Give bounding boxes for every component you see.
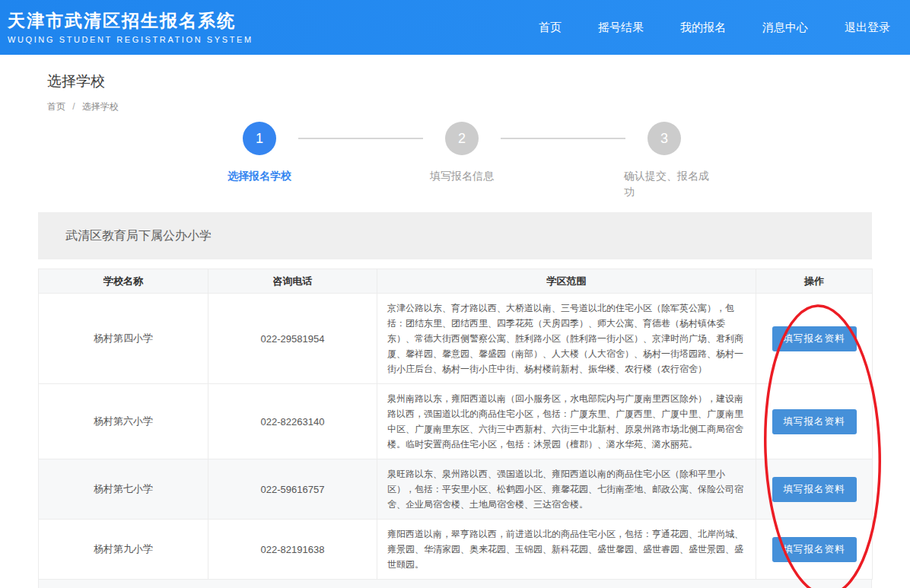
col-header-school: 学校名称 xyxy=(39,269,208,294)
school-phone: 022-82263140 xyxy=(208,384,377,459)
nav-lottery-results[interactable]: 摇号结果 xyxy=(598,21,644,35)
action-cell: 填写报名资料 xyxy=(756,294,873,384)
table-row: 杨村第七小学 022-59616757 泉旺路以东、泉州路以西、强国道以北、雍阳… xyxy=(39,459,873,520)
breadcrumb: 首页 / 选择学校 xyxy=(47,100,910,113)
school-table: 学校名称 咨询电话 学区范围 操作 杨村第四小学 022-29581954 京津… xyxy=(38,269,873,580)
action-cell: 填写报名资料 xyxy=(756,384,873,459)
nav-message-center[interactable]: 消息中心 xyxy=(762,21,808,35)
nav-home[interactable]: 首页 xyxy=(539,21,562,35)
partial-next-row xyxy=(38,580,872,588)
page-body: 选择学校 首页 / 选择学校 1 2 3 选择报名学校 填写报名信息 确认提交、… xyxy=(0,55,910,588)
school-phone: 022-29581954 xyxy=(208,294,377,384)
page-title: 选择学校 xyxy=(47,72,910,91)
school-name: 杨村第四小学 xyxy=(39,294,208,384)
table-header-row: 学校名称 咨询电话 学区范围 操作 xyxy=(39,269,873,294)
step-1-label: 选择报名学校 xyxy=(183,168,336,184)
school-list-panel: 武清区教育局下属公办小学 学校名称 咨询电话 学区范围 操作 杨村第四小学 02… xyxy=(38,212,872,588)
apply-button[interactable]: 填写报名资料 xyxy=(772,477,857,502)
school-district: 泉州南路以东，雍阳西道以南（回小服务区，水电部院内与广厦南里西区除外），建设南路… xyxy=(377,384,756,459)
apply-button[interactable]: 填写报名资料 xyxy=(772,409,857,434)
school-district: 雍阳西道以南，翠亨路以西，前进道以北的商品住宅小区，包括：亨通花园、北岸尚城、雍… xyxy=(377,520,756,580)
nav-my-registration[interactable]: 我的报名 xyxy=(680,21,726,35)
apply-button[interactable]: 填写报名资料 xyxy=(772,326,857,351)
school-phone: 022-82191638 xyxy=(208,520,377,580)
table-row: 杨村第四小学 022-29581954 京津公路以东、育才路以西、大桥道以南、三… xyxy=(39,294,873,384)
action-cell: 填写报名资料 xyxy=(756,459,873,520)
apply-button[interactable]: 填写报名资料 xyxy=(772,537,857,562)
school-name: 杨村第六小学 xyxy=(39,384,208,459)
step-connector-1 xyxy=(298,138,423,139)
breadcrumb-separator: / xyxy=(72,101,75,112)
app-title: 天津市武清区招生报名系统 xyxy=(8,10,253,32)
col-header-district: 学区范围 xyxy=(377,269,756,294)
col-header-action: 操作 xyxy=(756,269,873,294)
step-1-circle: 1 xyxy=(243,122,276,155)
breadcrumb-home[interactable]: 首页 xyxy=(47,101,65,112)
table-row: 杨村第六小学 022-82263140 泉州南路以东，雍阳西道以南（回小服务区，… xyxy=(39,384,873,459)
panel-title: 武清区教育局下属公办小学 xyxy=(38,212,872,259)
school-district: 泉旺路以东、泉州路以西、强国道以北、雍阳西道以南的商品住宅小区（除和平里小区），… xyxy=(377,459,756,520)
page-head: 选择学校 首页 / 选择学校 xyxy=(0,55,910,113)
school-phone: 022-59616757 xyxy=(208,459,377,520)
school-name: 杨村第九小学 xyxy=(39,520,208,580)
action-cell: 填写报名资料 xyxy=(756,520,873,580)
breadcrumb-current: 选择学校 xyxy=(82,101,119,112)
school-district: 京津公路以东、育才路以西、大桥道以南、三号道以北的住宅小区（除军英公寓），包括：… xyxy=(377,294,756,384)
brand: 天津市武清区招生报名系统 WUQING STUDENT REGISTRATION… xyxy=(8,10,253,46)
app-header: 天津市武清区招生报名系统 WUQING STUDENT REGISTRATION… xyxy=(0,0,910,55)
school-name: 杨村第七小学 xyxy=(39,459,208,520)
stepper: 1 2 3 选择报名学校 填写报名信息 确认提交、报名成功 xyxy=(0,119,910,205)
top-nav: 首页 摇号结果 我的报名 消息中心 退出登录 xyxy=(539,21,896,35)
step-3-label: 确认提交、报名成功 xyxy=(624,168,709,200)
step-3-circle: 3 xyxy=(648,122,681,155)
step-2-circle: 2 xyxy=(445,122,479,155)
col-header-phone: 咨询电话 xyxy=(208,269,377,294)
step-2-label: 填写报名信息 xyxy=(386,168,538,184)
table-row: 杨村第九小学 022-82191638 雍阳西道以南，翠亨路以西，前进道以北的商… xyxy=(39,520,873,580)
nav-logout[interactable]: 退出登录 xyxy=(845,21,890,35)
app-subtitle: WUQING STUDENT REGISTRATION SYSTEM xyxy=(8,35,253,46)
step-connector-2 xyxy=(501,138,625,139)
